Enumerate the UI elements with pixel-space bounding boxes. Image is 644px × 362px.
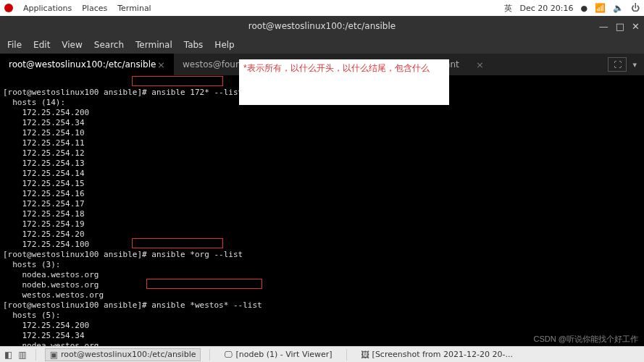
highlight-box-3 xyxy=(146,279,262,289)
output-line: 172.25.254.100 xyxy=(3,240,89,249)
prompt: [root@westoslinux100 ansible]# xyxy=(3,300,147,310)
close-button[interactable]: ✕ xyxy=(632,21,640,32)
output-line: 172.25.254.19 xyxy=(3,219,85,229)
image-icon: 🖼 xyxy=(361,350,369,360)
menu-search[interactable]: Search xyxy=(94,40,124,50)
annotation-note: *表示所有，以什么开头，以什么结尾，包含什么 xyxy=(239,59,449,105)
taskbar-item-virt-viewer[interactable]: 🖵 [nodeb (1) - Virt Viewer] xyxy=(219,348,337,361)
menu-help[interactable]: Help xyxy=(214,40,234,50)
command-3: ansible *westos* --list xyxy=(151,300,262,310)
prompt: [root@westoslinux100 ansible]# xyxy=(3,250,147,259)
prompt: [root@westoslinux100 ansible]# xyxy=(3,88,147,97)
output-line: 172.25.254.20 xyxy=(3,230,85,239)
window-title: root@westoslinux100:/etc/ansible xyxy=(248,21,396,31)
output-line: nodeb.westos.org xyxy=(3,280,99,290)
terminal-body[interactable]: [root@westoslinux100 ansible]# ansible 1… xyxy=(0,75,644,346)
output-line: 172.25.254.12 xyxy=(3,148,85,158)
close-icon[interactable]: × xyxy=(476,59,484,70)
tab-label: root@westoslinux100:/etc/ansible xyxy=(9,59,156,70)
output-line: westos.westos.org xyxy=(3,290,104,300)
menu-places[interactable]: Places xyxy=(82,4,107,13)
output-line: nodea.westos.org xyxy=(3,270,99,279)
status-dot-icon: ● xyxy=(580,4,587,13)
taskbar-label: root@westoslinux100:/etc/ansible xyxy=(61,350,196,359)
command-1: ansible 172* --list xyxy=(151,88,243,97)
taskbar-item-screenshot[interactable]: 🖼 [Screenshot from 2021-12-20 20-... xyxy=(356,348,518,361)
watermark: CSDN @听说你能找个好工作 xyxy=(534,334,638,345)
command-2: ansible *org --list xyxy=(151,250,243,259)
show-desktop-icon[interactable]: ◧ xyxy=(4,350,12,360)
taskbar-label: [Screenshot from 2021-12-20 20-... xyxy=(372,350,513,359)
menu-tabs[interactable]: Tabs xyxy=(184,40,204,50)
tab-1[interactable]: root@westoslinux100:/etc/ansible × xyxy=(0,54,174,75)
monitor-icon: 🖵 xyxy=(224,350,233,360)
output-line: 172.25.254.16 xyxy=(3,189,85,198)
window-menubar: File Edit View Search Terminal Tabs Help xyxy=(0,36,644,54)
menu-edit[interactable]: Edit xyxy=(33,40,50,50)
output-line: 172.25.254.10 xyxy=(3,128,85,138)
output-line: 172.25.254.11 xyxy=(3,138,85,148)
output-line: 172.25.254.34 xyxy=(3,331,85,340)
menu-applications[interactable]: Applications xyxy=(23,4,72,13)
network-icon[interactable]: 📶 xyxy=(595,3,606,13)
output-line: hosts (14): xyxy=(3,98,65,107)
output-line: hosts (3): xyxy=(3,260,60,269)
tab-menu-chevron-icon[interactable]: ▾ xyxy=(632,60,637,70)
menu-terminal[interactable]: Terminal xyxy=(117,4,151,13)
close-icon[interactable]: × xyxy=(157,59,165,70)
menu-file[interactable]: File xyxy=(7,40,22,50)
output-line: 172.25.254.34 xyxy=(3,118,85,127)
output-line: nodea.westos.org xyxy=(3,341,99,346)
window-titlebar[interactable]: root@westoslinux100:/etc/ansible — □ ✕ xyxy=(0,16,644,36)
output-line: 172.25.254.200 xyxy=(3,321,89,330)
menu-terminal[interactable]: Terminal xyxy=(135,40,172,50)
new-tab-button[interactable]: ⛶ xyxy=(608,57,627,72)
input-method-indicator[interactable]: 英 xyxy=(504,3,512,14)
gnome-top-bar: Applications Places Terminal 英 Dec 20 20… xyxy=(0,0,644,16)
workspace-switcher-icon[interactable]: ▥ xyxy=(18,350,26,360)
terminal-icon: ▣ xyxy=(50,350,58,360)
taskbar-label: [nodeb (1) - Virt Viewer] xyxy=(235,350,332,359)
output-line: 172.25.254.200 xyxy=(3,108,89,117)
gnome-taskbar: ◧ ▥ ▣ root@westoslinux100:/etc/ansible 🖵… xyxy=(0,346,644,362)
output-line: 172.25.254.17 xyxy=(3,199,85,209)
minimize-button[interactable]: — xyxy=(599,21,609,32)
maximize-button[interactable]: □ xyxy=(616,21,624,32)
sound-icon[interactable]: 🔈 xyxy=(613,3,624,13)
power-icon[interactable]: ⏻ xyxy=(631,3,640,13)
output-line: hosts (5): xyxy=(3,311,60,320)
highlight-box-1 xyxy=(132,76,223,86)
taskbar-item-terminal[interactable]: ▣ root@westoslinux100:/etc/ansible xyxy=(45,348,201,361)
output-line: 172.25.254.14 xyxy=(3,169,85,178)
output-line: 172.25.254.13 xyxy=(3,159,85,168)
annotation-text: *表示所有，以什么开头，以什么结尾，包含什么 xyxy=(243,63,430,73)
output-line: 172.25.254.18 xyxy=(3,209,85,219)
highlight-box-2 xyxy=(132,238,223,248)
clock[interactable]: Dec 20 20:16 xyxy=(519,4,573,13)
activities-logo-icon[interactable] xyxy=(4,4,13,12)
menu-view[interactable]: View xyxy=(62,40,82,50)
output-line: 172.25.254.15 xyxy=(3,179,85,188)
